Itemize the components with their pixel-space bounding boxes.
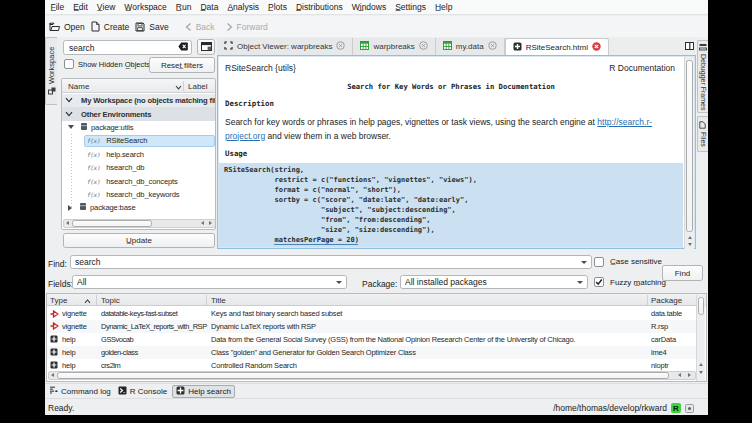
scroll-right-icon[interactable] xyxy=(209,221,212,225)
scroll-up-icon[interactable] xyxy=(688,236,692,239)
column-topic[interactable]: Topic xyxy=(101,296,120,305)
menu-view[interactable]: V̲iew xyxy=(92,2,119,12)
tree-item-package-base[interactable]: package:base xyxy=(62,201,215,214)
scroll-down-icon[interactable] xyxy=(699,371,703,374)
search-site-link[interactable]: project.org xyxy=(225,131,265,141)
tree-column-name[interactable]: Name xyxy=(68,82,89,91)
open-button[interactable]: Open xyxy=(47,18,87,35)
save-button[interactable]: Save xyxy=(133,18,170,35)
tree-header[interactable]: Name Label xyxy=(62,79,215,93)
command-log-button[interactable]: Command log xyxy=(46,385,114,398)
tree-item-label: RSiteSearch xyxy=(106,136,147,145)
create-button[interactable]: Create xyxy=(89,18,132,35)
expander-open-icon[interactable] xyxy=(68,125,74,129)
column-title[interactable]: Title xyxy=(211,296,226,305)
case-sensitive-checkbox[interactable] xyxy=(594,257,604,267)
scroll-left-icon[interactable] xyxy=(51,373,54,377)
scroll-right-icon[interactable] xyxy=(688,373,691,377)
files-dock-tab[interactable]: Files xyxy=(697,116,708,152)
workspace-dock-tab[interactable]: Workspace xyxy=(45,37,57,105)
close-tab-icon[interactable] xyxy=(488,41,497,52)
scroll-up-icon[interactable] xyxy=(699,363,703,366)
find-combobox[interactable]: search xyxy=(70,255,592,269)
update-button[interactable]: U̲pdate xyxy=(63,233,215,248)
tree-item-hsearch-db-keywords[interactable]: f(x) hsearch_db_keywords xyxy=(62,188,215,201)
close-tab-icon[interactable] xyxy=(336,41,345,52)
chevron-down-icon xyxy=(175,83,182,92)
forward-button[interactable]: Forward xyxy=(224,18,270,35)
result-row[interactable]: help crs2lm Controlled Random Search nlo… xyxy=(47,359,697,372)
filter-options-button[interactable] xyxy=(197,39,215,55)
tree-item-package-utils[interactable]: package:utils xyxy=(62,121,215,134)
scrollbar-thumb[interactable] xyxy=(72,220,152,227)
fuzzy-matching-checkbox[interactable] xyxy=(594,277,604,287)
document-vertical-scrollbar[interactable] xyxy=(684,57,694,249)
r-console-button[interactable]: R Console xyxy=(115,385,170,398)
menu-plots[interactable]: P̲lots xyxy=(264,2,292,12)
column-separator[interactable] xyxy=(647,295,648,305)
column-separator[interactable] xyxy=(96,295,97,305)
tab-object-viewer-warpbreaks[interactable]: Object Viewer: warpbreaks xyxy=(217,38,353,55)
tree-column-label[interactable]: Label xyxy=(188,82,208,91)
results-horizontal-scrollbar[interactable] xyxy=(48,371,696,380)
menu-help[interactable]: H̲elp xyxy=(430,2,456,12)
result-row[interactable]: help GSSvocab Data from the General Soci… xyxy=(47,333,697,346)
results-table: Type Topic Title Package vignette datata… xyxy=(46,293,707,382)
usage-code-block: RSiteSearch(string, restrict = c("functi… xyxy=(219,163,683,247)
close-tab-icon[interactable] xyxy=(592,42,601,53)
tab-warpbreaks[interactable]: warpbreaks xyxy=(353,38,435,55)
menu-data[interactable]: D̲ata xyxy=(196,2,223,12)
debugger-frames-dock-tab[interactable]: Debugger Frames xyxy=(697,40,708,113)
column-separator[interactable] xyxy=(206,295,207,305)
search-site-link[interactable]: http://search.r- xyxy=(597,117,652,127)
description-heading: Description xyxy=(225,99,274,108)
menu-run[interactable]: R̲un xyxy=(171,2,196,12)
scroll-left-icon[interactable] xyxy=(201,221,204,225)
menu-distributions[interactable]: D̲istributions xyxy=(291,2,347,12)
column-package[interactable]: Package xyxy=(651,296,682,305)
scrollbar-thumb[interactable] xyxy=(57,372,669,379)
menu-edit[interactable]: E̲dit xyxy=(69,2,93,12)
expander-closed-icon[interactable] xyxy=(68,205,72,211)
reset-filters-button[interactable]: Reset̲ filters xyxy=(149,57,215,73)
results-vertical-scrollbar[interactable] xyxy=(696,295,705,381)
menu-windows[interactable]: Wi̲ndows xyxy=(347,2,390,12)
clear-search-icon[interactable] xyxy=(178,42,188,53)
window-list-icon[interactable] xyxy=(685,42,694,52)
result-row[interactable]: vignette Dynamic_LaTeX_reports_with_RSP … xyxy=(47,320,697,333)
fields-combobox[interactable]: All xyxy=(72,275,347,289)
menu-analysis[interactable]: A̲nalysis xyxy=(223,2,264,12)
tree-item-hsearch-db-concepts[interactable]: f(x) hsearch_db_concepts xyxy=(62,174,215,187)
object-search-input[interactable]: search xyxy=(63,40,192,55)
scrollbar-thumb[interactable] xyxy=(698,297,704,315)
collapse-chevron-icon[interactable] xyxy=(65,110,73,119)
help-search-button[interactable]: Help search xyxy=(172,385,235,398)
tree-item-help-search[interactable]: f(x) help.search xyxy=(62,148,215,161)
tree-item-label: My Workspace (no objects matching filter… xyxy=(81,96,216,105)
tab-my-data[interactable]: my.data xyxy=(436,38,505,55)
back-icon xyxy=(185,22,192,32)
scroll-left-icon[interactable] xyxy=(66,221,69,225)
close-tab-icon[interactable] xyxy=(419,41,428,52)
tree-item-hsearch-db[interactable]: f(x) hsearch_db xyxy=(62,161,215,174)
collapse-chevron-icon[interactable] xyxy=(65,96,73,105)
tree-item-my-workspace[interactable]: My Workspace (no objects matching filter… xyxy=(62,94,215,107)
menu-file[interactable]: F̲ile xyxy=(46,2,69,12)
result-row[interactable]: help golden-class Class "golden" and Gen… xyxy=(47,346,697,359)
tree-item-other-environments[interactable]: Other Environments xyxy=(62,107,215,120)
scroll-down-icon[interactable] xyxy=(688,243,692,246)
scroll-left-icon[interactable] xyxy=(678,373,681,377)
result-row[interactable]: vignette datatable-keys-fast-subset Keys… xyxy=(47,307,697,320)
menu-workspace[interactable]: W̲orkspace xyxy=(120,2,172,12)
tab-rsitesearch-html[interactable]: RSiteSearch.html xyxy=(505,38,609,55)
show-hidden-checkbox[interactable] xyxy=(64,59,74,69)
scrollbar-thumb[interactable] xyxy=(686,60,693,232)
find-button[interactable]: Find xyxy=(662,265,703,281)
tree-horizontal-scrollbar[interactable] xyxy=(63,219,216,228)
back-button[interactable]: Back xyxy=(183,18,217,35)
package-combobox[interactable]: All installed packages xyxy=(400,275,588,289)
tree-item-rsitesearch[interactable]: f(x) RSiteSearch xyxy=(62,134,215,147)
cell-type: help xyxy=(62,348,75,357)
menu-settings[interactable]: S̲ettings xyxy=(391,2,431,12)
column-type[interactable]: Type xyxy=(50,296,67,305)
